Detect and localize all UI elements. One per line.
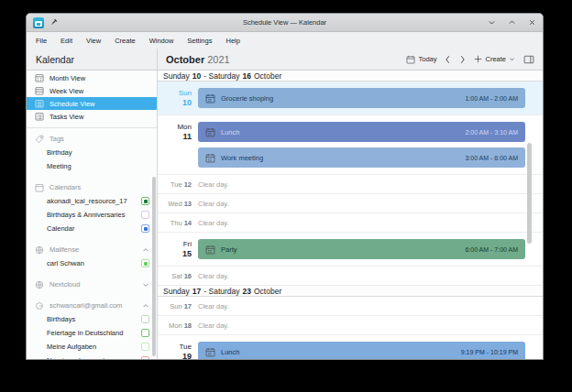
chevron-up-icon[interactable] xyxy=(142,246,149,254)
close-button[interactable] xyxy=(528,18,536,27)
day-row-wed-13: Wed 13 Clear day. xyxy=(158,194,543,213)
month-view-icon xyxy=(35,73,44,82)
kalendar-app-icon xyxy=(33,17,44,28)
sidebar-item-tasks-view[interactable]: Tasks View xyxy=(27,110,157,123)
menu-settings[interactable]: Settings xyxy=(187,37,212,45)
calendar-icon xyxy=(35,183,44,192)
tag-item-birthday[interactable]: Birthday xyxy=(27,146,157,159)
day-row-sun-10: Sun 10 Grocerie shoping 1:00 AM - 2:00 A… xyxy=(158,82,543,115)
month-title: October 2021 xyxy=(166,54,230,65)
calendar-item-feiertage[interactable]: Feiertage in Deutschland xyxy=(27,326,157,340)
calendars-section-header[interactable]: Calendars xyxy=(27,180,157,194)
header-bar: Kalendar October 2021 Today xyxy=(27,49,543,71)
schedule-scrollbar[interactable] xyxy=(527,143,532,244)
day-label: Mon 11 xyxy=(158,122,194,168)
tasks-view-icon xyxy=(35,112,44,121)
schedule-view-icon xyxy=(35,99,44,108)
next-button[interactable] xyxy=(459,55,466,64)
sidebar-item-label: Tasks View xyxy=(50,113,83,121)
calendar-item-carl-schwan[interactable]: carl Schwan xyxy=(27,256,157,270)
chevron-down-icon[interactable] xyxy=(142,281,149,289)
account-mailfense-header[interactable]: Mailfense xyxy=(27,243,157,256)
tags-label: Tags xyxy=(50,135,64,143)
calendar-icon xyxy=(406,55,415,64)
sidebar-scrollbar[interactable] xyxy=(152,177,156,356)
tags-section-header[interactable]: Tags xyxy=(27,132,157,146)
sidebar-item-label: Week View xyxy=(50,87,83,95)
menu-window[interactable]: Window xyxy=(149,37,174,45)
calendar-checkbox[interactable] xyxy=(141,315,149,323)
sidebar-item-label: Schedule View xyxy=(50,100,94,108)
calendar-item-calendar[interactable]: Calendar xyxy=(27,222,157,235)
calendar-checkbox[interactable] xyxy=(141,259,149,267)
day-row-mon-18: Mon 18 Clear day. xyxy=(158,316,543,335)
account-nextcloud-header[interactable]: Nextcloud xyxy=(27,278,157,291)
globe-icon xyxy=(35,280,44,289)
tag-item-meeting[interactable]: Meeting xyxy=(27,159,157,173)
google-icon xyxy=(35,301,44,310)
calendar-item-birthdays[interactable]: Birthdays xyxy=(27,312,157,326)
day-label: Sun 10 xyxy=(158,88,194,108)
chevron-up-icon[interactable] xyxy=(142,302,149,310)
pin-icon[interactable] xyxy=(50,18,58,27)
app-name: Kalendar xyxy=(27,49,158,70)
day-row-sat-16: Sat 16 Clear day. xyxy=(158,267,543,286)
event-calendar-icon xyxy=(205,347,215,357)
menu-view[interactable]: View xyxy=(86,37,101,45)
kalendar-window: Schedule View — Kalendar File Edit View … xyxy=(26,13,544,360)
menu-file[interactable]: File xyxy=(36,37,47,45)
day-label: Tue 19 xyxy=(158,342,194,359)
day-label: Wed 13 xyxy=(158,200,194,208)
previous-button[interactable] xyxy=(445,55,451,64)
sidebar-item-schedule-view[interactable]: Schedule View xyxy=(27,97,157,110)
calendar-item-numeros-de-semaine[interactable]: Numéros de semaine xyxy=(27,354,157,359)
sidebar-item-week-view[interactable]: Week View xyxy=(27,84,157,97)
maximize-button[interactable] xyxy=(508,18,516,27)
day-row-sun-17: Sun 17 Clear day. xyxy=(158,297,543,316)
day-label: Mon 18 xyxy=(158,321,194,330)
calendar-checkbox[interactable] xyxy=(141,356,149,359)
window-title: Schedule View — Kalendar xyxy=(27,18,543,27)
create-button[interactable]: Create xyxy=(474,55,515,63)
calendar-checkbox[interactable] xyxy=(141,343,149,351)
event-calendar-icon xyxy=(205,127,215,137)
today-button[interactable]: Today xyxy=(406,55,436,64)
event-party[interactable]: Party 6:00 AM - 7:00 AM xyxy=(198,239,525,259)
day-label: Tue 12 xyxy=(158,180,194,189)
event-lunch[interactable]: Lunch 9:19 PM - 10:19 PM xyxy=(198,342,525,359)
account-google-header[interactable]: schwancarl@gmail.com xyxy=(27,299,157,312)
day-row-mon-11: Mon 11 Lunch 2:00 AM - 3:10 AM xyxy=(158,115,543,175)
calendar-item-akonadi[interactable]: akonadi_ical_resource_17 xyxy=(27,194,157,208)
month-label: October xyxy=(166,54,204,65)
menu-help[interactable]: Help xyxy=(226,37,239,45)
sidebar-item-month-view[interactable]: Month View xyxy=(27,71,157,84)
tag-icon xyxy=(35,135,44,144)
titlebar: Schedule View — Kalendar xyxy=(27,14,543,32)
week-header: Sunday17- Saturday23October xyxy=(158,286,543,297)
menubar: File Edit View Create Window Settings He… xyxy=(27,32,543,49)
event-calendar-icon xyxy=(205,153,215,163)
calendar-checkbox[interactable] xyxy=(141,197,149,205)
menu-create[interactable]: Create xyxy=(115,37,136,45)
event-grocerie-shoping[interactable]: Grocerie shoping 1:00 AM - 2:00 AM xyxy=(198,88,525,108)
event-calendar-icon xyxy=(205,93,215,103)
minimize-button[interactable] xyxy=(488,18,496,27)
day-label: Fri 15 xyxy=(158,239,194,259)
toggle-right-panel-button[interactable] xyxy=(523,55,534,64)
event-work-meeting[interactable]: Work meeting 3:00 AM - 6:00 AM xyxy=(198,147,525,168)
calendar-checkbox[interactable] xyxy=(141,211,149,219)
week-view-icon xyxy=(35,86,44,95)
calendar-checkbox[interactable] xyxy=(141,224,149,233)
day-row-tue-19: Tue 19 Lunch 9:19 PM - 10:19 PM xyxy=(158,335,543,359)
plus-icon xyxy=(474,55,482,63)
calendar-checkbox[interactable] xyxy=(141,329,149,337)
day-label: Thu 14 xyxy=(158,219,194,227)
menu-edit[interactable]: Edit xyxy=(60,37,72,45)
create-label: Create xyxy=(485,55,506,63)
event-lunch[interactable]: Lunch 2:00 AM - 3:10 AM xyxy=(198,122,525,142)
calendar-item-meine-aufgaben[interactable]: Meine Aufgaben xyxy=(27,340,157,354)
day-label: Sat 16 xyxy=(158,272,194,280)
calendar-item-birthdays-anniversaries[interactable]: Birthdays & Anniversaries xyxy=(27,208,157,222)
day-label: Sun 17 xyxy=(158,302,194,310)
schedule-view: Sunday10- Saturday16October Sun 10 Groce… xyxy=(158,71,543,359)
